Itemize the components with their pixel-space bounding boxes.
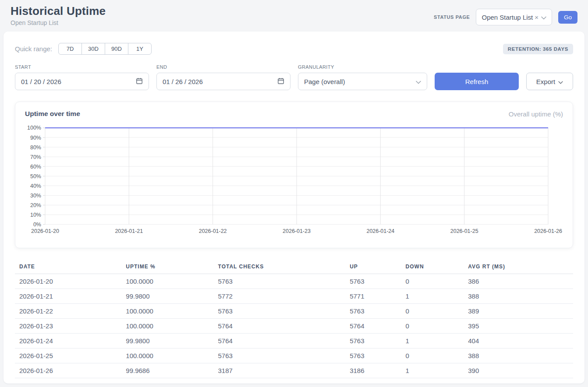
export-button[interactable]: Export	[526, 73, 573, 90]
table-cell: 2026-01-20	[15, 274, 121, 289]
start-date-field-group: START 01 / 20 / 2026	[15, 64, 149, 90]
calendar-icon[interactable]	[277, 77, 284, 86]
table-cell: 388	[464, 348, 573, 363]
main-card: Quick range: 7D30D90D1Y RETENTION: 365 D…	[4, 32, 584, 383]
column-header: TOTAL CHECKS	[214, 260, 346, 274]
column-header: UPTIME %	[121, 260, 213, 274]
quick-range-row: Quick range: 7D30D90D1Y RETENTION: 365 D…	[15, 43, 573, 55]
header-controls: STATUS PAGE Open Startup List × Go	[434, 9, 577, 25]
status-page-value: Open Startup List	[482, 14, 533, 21]
granularity-field-group: GRANULARITY Page (overall)	[298, 64, 427, 90]
svg-text:2026-01-21: 2026-01-21	[115, 228, 143, 234]
table-cell: 3186	[345, 363, 401, 378]
status-page-label: STATUS PAGE	[434, 14, 470, 20]
quick-range-90d-button[interactable]: 90D	[105, 43, 128, 55]
table-cell: 5771	[345, 289, 401, 304]
svg-text:2026-01-22: 2026-01-22	[199, 228, 227, 234]
table-cell: 2026-01-23	[15, 319, 121, 334]
table-row: 2026-01-25100.0000576357630388	[15, 348, 573, 363]
column-header: UP	[345, 260, 401, 274]
table-cell: 2026-01-22	[15, 304, 121, 319]
calendar-icon[interactable]	[136, 77, 143, 86]
end-label: END	[156, 64, 290, 70]
svg-text:90%: 90%	[30, 135, 41, 141]
table-cell: 99.9800	[121, 289, 213, 304]
svg-text:60%: 60%	[30, 164, 41, 170]
table-cell: 0	[401, 304, 464, 319]
table-row: 2026-01-22100.0000576357630389	[15, 304, 573, 319]
column-header: DOWN	[401, 260, 464, 274]
table-cell: 1	[401, 289, 464, 304]
table-cell: 100.0000	[121, 319, 213, 334]
uptime-table: DATEUPTIME %TOTAL CHECKSUPDOWNAVG RT (MS…	[15, 260, 573, 378]
svg-text:2026-01-23: 2026-01-23	[283, 228, 311, 234]
svg-text:2026-01-20: 2026-01-20	[31, 228, 59, 234]
svg-text:50%: 50%	[30, 173, 41, 179]
quick-range-1y-button[interactable]: 1Y	[128, 43, 152, 55]
table-cell: 5763	[345, 348, 401, 363]
refresh-button[interactable]: Refresh	[435, 73, 519, 90]
svg-text:2026-01-25: 2026-01-25	[450, 228, 478, 234]
table-cell: 99.9800	[121, 334, 213, 348]
end-date-field-group: END 01 / 26 / 2026	[156, 64, 290, 90]
chart-header: Uptime over time Overall uptime (%)	[25, 110, 563, 118]
svg-text:100%: 100%	[27, 125, 41, 131]
table-cell: 386	[464, 274, 573, 289]
table-cell: 2026-01-21	[15, 289, 121, 304]
quick-range-buttons: 7D30D90D1Y	[58, 43, 152, 55]
table-cell: 2026-01-25	[15, 348, 121, 363]
chevron-down-icon	[541, 14, 546, 21]
retention-badge: RETENTION: 365 DAYS	[503, 44, 573, 54]
table-row: 2026-01-2699.9686318731861390	[15, 363, 573, 378]
column-header: AVG RT (MS)	[464, 260, 573, 274]
go-button[interactable]: Go	[558, 11, 577, 24]
granularity-label: GRANULARITY	[298, 64, 427, 70]
chevron-down-icon	[416, 78, 421, 85]
page-subtitle: Open Startup List	[11, 19, 106, 26]
quick-range-30d-button[interactable]: 30D	[81, 43, 105, 55]
table-cell: 2026-01-26	[15, 363, 121, 378]
quick-range-group: Quick range: 7D30D90D1Y	[15, 43, 152, 55]
start-date-input[interactable]: 01 / 20 / 2026	[15, 73, 149, 90]
table-cell: 390	[464, 363, 573, 378]
start-label: START	[15, 64, 149, 70]
end-date-input[interactable]: 01 / 26 / 2026	[156, 73, 290, 90]
table-cell: 5763	[345, 304, 401, 319]
table-cell: 100.0000	[121, 348, 213, 363]
table-cell: 5763	[345, 334, 401, 348]
table-cell: 5772	[214, 289, 346, 304]
table-cell: 99.9686	[121, 363, 213, 378]
svg-text:30%: 30%	[30, 193, 41, 199]
table-row: 2026-01-2499.9800576457631404	[15, 334, 573, 348]
svg-text:10%: 10%	[30, 212, 41, 218]
svg-text:0%: 0%	[33, 222, 41, 228]
table-row: 2026-01-2199.9800577257711388	[15, 289, 573, 304]
table-cell: 1	[401, 334, 464, 348]
table-cell: 5763	[345, 274, 401, 289]
status-page-select[interactable]: Open Startup List ×	[476, 9, 552, 25]
filter-form-row: START 01 / 20 / 2026 END 01 / 26 / 2026 …	[15, 64, 573, 90]
table-row: 2026-01-23100.0000576457640395	[15, 319, 573, 334]
top-header: Historical Uptime Open Startup List STAT…	[0, 0, 588, 32]
table-cell: 395	[464, 319, 573, 334]
quick-range-7d-button[interactable]: 7D	[58, 43, 82, 55]
table-cell: 1	[401, 363, 464, 378]
granularity-value: Page (overall)	[304, 78, 345, 85]
table-cell: 5763	[214, 304, 346, 319]
chevron-down-icon	[558, 78, 563, 85]
table-cell: 0	[401, 319, 464, 334]
svg-text:80%: 80%	[30, 144, 41, 151]
table-cell: 5764	[214, 319, 346, 334]
uptime-line-chart: 0%10%20%30%40%50%60%70%80%90%100%2026-01…	[25, 124, 563, 235]
table-cell: 404	[464, 334, 573, 348]
clear-selection-icon[interactable]: ×	[535, 14, 538, 21]
svg-text:2026-01-26: 2026-01-26	[534, 228, 562, 234]
svg-text:2026-01-24: 2026-01-24	[366, 228, 394, 234]
export-label: Export	[536, 78, 555, 85]
title-block: Historical Uptime Open Startup List	[11, 4, 106, 26]
chart-card: Uptime over time Overall uptime (%) 0%10…	[15, 102, 573, 248]
table-cell: 100.0000	[121, 274, 213, 289]
table-header-row: DATEUPTIME %TOTAL CHECKSUPDOWNAVG RT (MS…	[15, 260, 573, 274]
table-cell: 0	[401, 348, 464, 363]
granularity-select[interactable]: Page (overall)	[298, 73, 427, 90]
